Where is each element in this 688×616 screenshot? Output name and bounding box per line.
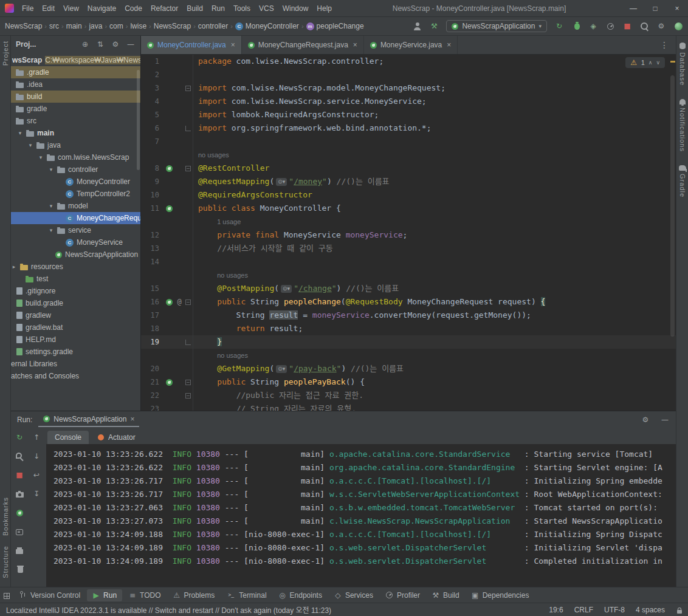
caret-position[interactable]: 19:6	[549, 606, 563, 614]
line-number[interactable]: 15	[141, 282, 163, 295]
fold-gutter[interactable]	[184, 335, 193, 349]
tool-button-version-control[interactable]: Version Control	[13, 589, 86, 601]
line-number[interactable]: 11	[141, 202, 163, 215]
breadcrumb-main[interactable]: main	[66, 22, 82, 30]
editor-tab-moneyservice-java[interactable]: MoneyService.java×	[364, 36, 458, 54]
endpoint-inlay-icon[interactable]: ⊙▾	[276, 365, 287, 373]
code-line[interactable]: 15 @PostMapping(⊙▾"/change") //()는 이름표	[141, 282, 676, 295]
minimize-button[interactable]: —	[622, 0, 644, 17]
fold-collapse-icon[interactable]	[185, 166, 191, 171]
line-number[interactable]: 2	[141, 68, 163, 81]
line-number[interactable]: 21	[141, 375, 163, 389]
menu-build[interactable]: Build	[182, 4, 207, 13]
tree-item-gitignore[interactable]: .gitignore	[11, 285, 140, 297]
breadcrumb-java[interactable]: java	[89, 22, 102, 30]
tree-item-wsscrap[interactable]: wsScrap C:₩workspace₩Java₩NewsSc	[11, 54, 140, 66]
editor-tab-moneychangerequest-java[interactable]: MoneyChangeRequest.java×	[242, 36, 364, 54]
down-button[interactable]: ↓	[32, 451, 41, 462]
line-number[interactable]: 1	[141, 55, 163, 68]
chevron-down-icon[interactable]: ▾	[48, 227, 54, 233]
endpoint-inlay-icon[interactable]: ⊙▾	[281, 285, 292, 293]
line-number[interactable]: 7	[141, 135, 163, 148]
menu-vcs[interactable]: VCS	[255, 4, 278, 13]
close-tab-icon[interactable]: ×	[130, 415, 134, 423]
settings-button[interactable]: ⚙	[641, 414, 650, 425]
run-config-tab[interactable]: NewsScrapApplication×	[38, 413, 139, 427]
breadcrumb-src[interactable]: src	[49, 22, 59, 30]
line-number[interactable]: 23	[141, 402, 163, 411]
collapse-all-button[interactable]: ⇅	[95, 39, 105, 50]
tree-item-src[interactable]: src	[11, 115, 140, 127]
error-stripe-mark[interactable]	[670, 61, 675, 63]
usages-hint[interactable]: no usages	[217, 349, 248, 362]
tool-stripe-gradle[interactable]: Gradle	[679, 164, 686, 197]
fold-end-icon[interactable]	[185, 126, 191, 131]
locate-button[interactable]: ⊕	[80, 39, 90, 50]
tree-item-tempcontroller2[interactable]: CTempController2	[11, 188, 140, 200]
tree-item-settings-gradle[interactable]: settings.gradle	[11, 346, 140, 358]
tool-button-todo[interactable]: ≡TODO	[123, 589, 166, 601]
line-separator[interactable]: CRLF	[574, 606, 593, 614]
edit-configuration-button[interactable]	[15, 451, 24, 462]
menu-navigate[interactable]: Navigate	[83, 4, 120, 13]
usages-hint[interactable]: no usages	[217, 269, 248, 282]
line-number[interactable]: 22	[141, 389, 163, 402]
print-button[interactable]	[15, 545, 24, 556]
line-number[interactable]	[141, 349, 163, 362]
tool-button-terminal[interactable]: >_Terminal	[221, 589, 272, 601]
tree-item-idea[interactable]: .idea	[11, 78, 140, 91]
up-button[interactable]: ↑	[32, 432, 41, 443]
line-number[interactable]: 16	[141, 295, 163, 309]
chevron-down-icon[interactable]: ▾	[48, 166, 54, 173]
menu-help[interactable]: Help	[312, 4, 336, 13]
tool-button-run[interactable]: ▶Run	[87, 589, 122, 601]
editor-tab-moneycontroller-java[interactable]: MoneyController.java×	[141, 36, 242, 54]
quick-access-icon[interactable]	[4, 593, 10, 599]
code-line[interactable]: 4import com.lwise.NewsScrap.service.Mone…	[141, 95, 676, 108]
run-configuration-select[interactable]: NewsScrapApplication ▾	[446, 20, 547, 32]
tool-button-build[interactable]: ⚒Build	[427, 589, 465, 601]
code-line[interactable]: 17 String result = moneyService.convertM…	[141, 309, 676, 322]
code-line[interactable]: 14	[141, 255, 676, 269]
settings-button[interactable]: ⚙	[656, 21, 666, 32]
close-button[interactable]: ×	[666, 0, 688, 17]
tree-item-gradle[interactable]: .gradle	[11, 66, 140, 78]
chevron-down-icon[interactable]: ▾	[17, 130, 23, 136]
breadcrumb-moneycontroller[interactable]: CMoneyController	[235, 22, 299, 30]
rerun-button[interactable]: ↻	[554, 21, 564, 32]
tool-button-problems[interactable]: ⚠Problems	[168, 589, 221, 601]
menu-run[interactable]: Run	[207, 4, 229, 13]
line-number[interactable]: 3	[141, 81, 163, 95]
code-line[interactable]: 2	[141, 68, 676, 81]
tree-item-moneyservice[interactable]: CMoneyService	[11, 236, 140, 248]
menu-tools[interactable]: Tools	[229, 4, 255, 13]
tool-stripe-project[interactable]: Project	[2, 41, 9, 66]
fold-collapse-icon[interactable]	[185, 393, 191, 399]
tree-item-atches-and-consoles[interactable]: atches and Consoles	[11, 370, 140, 382]
code-line[interactable]: 7	[141, 135, 676, 148]
tree-item-test[interactable]: test	[11, 273, 140, 285]
code-line[interactable]: 16@ public String peopleChange(@RequestB…	[141, 295, 676, 309]
settings-button[interactable]: ⚙	[111, 39, 120, 50]
tree-item-com-lwise-newsscrap[interactable]: ▾com.lwise.NewsScrap	[11, 151, 140, 163]
tool-button-endpoints[interactable]: ◎Endpoints	[273, 589, 328, 601]
fold-gutter[interactable]	[184, 389, 193, 402]
code-line[interactable]: 22 //public 자리는 접근 자료 권한.	[141, 389, 676, 402]
code-line[interactable]: 6import org.springframework.web.bind.ann…	[141, 121, 676, 135]
chevron-down-icon[interactable]: ▾	[48, 203, 54, 209]
fold-gutter[interactable]	[184, 295, 193, 309]
maximize-button[interactable]: □	[644, 0, 666, 17]
tool-button-dependencies[interactable]: ▣Dependencies	[466, 589, 535, 601]
code-line[interactable]: 18 return result;	[141, 322, 676, 335]
tool-stripe-bookmarks[interactable]: Bookmarks	[2, 497, 9, 536]
usages-hint[interactable]: no usages	[198, 148, 229, 162]
chevron-down-icon[interactable]: ▾	[38, 154, 44, 160]
code-line[interactable]: 3import com.lwise.NewsScrap.model.MoneyC…	[141, 81, 676, 95]
code-line[interactable]: 1package com.lwise.NewsScrap.controller;	[141, 55, 676, 68]
code-line[interactable]: 23 // String 자리는 자료의 유형,	[141, 402, 676, 411]
fold-end-icon[interactable]	[185, 340, 191, 345]
code-line[interactable]: 21 public String peoplePayBack() {	[141, 375, 676, 389]
hide-button[interactable]: —	[126, 39, 136, 50]
line-number[interactable]: 19	[141, 335, 163, 349]
profiler-button[interactable]	[605, 21, 615, 32]
